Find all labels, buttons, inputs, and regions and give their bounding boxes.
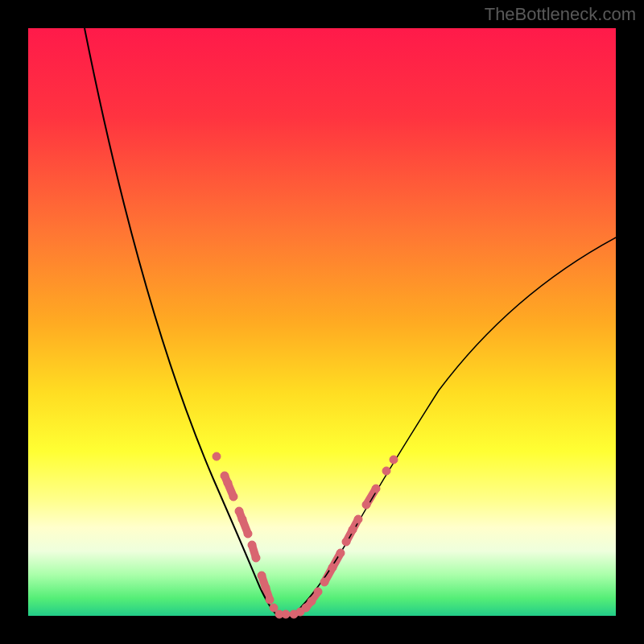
data-marker: [238, 515, 246, 523]
watermark-text: TheBottleneck.com: [485, 4, 636, 25]
data-marker: [314, 588, 322, 596]
data-marker: [372, 485, 380, 493]
data-marker: [235, 507, 243, 515]
data-marker: [270, 604, 278, 612]
data-marker: [213, 452, 221, 460]
data-marker: [354, 515, 362, 523]
chart-container: TheBottleneck.com: [0, 0, 644, 644]
data-marker: [320, 578, 328, 586]
data-marker: [308, 597, 316, 605]
data-marker: [224, 479, 232, 487]
data-marker: [282, 610, 290, 618]
data-marker: [244, 530, 252, 538]
data-marker: [362, 501, 370, 509]
data-marker: [349, 526, 357, 534]
data-marker: [302, 604, 310, 612]
data-marker: [262, 584, 270, 592]
chart-svg: [28, 28, 616, 616]
gradient-background: [28, 28, 616, 616]
data-marker: [390, 456, 398, 464]
plot-area: [28, 28, 616, 616]
data-marker: [342, 538, 350, 546]
data-marker: [221, 472, 229, 480]
data-marker: [266, 596, 274, 604]
data-marker: [248, 541, 256, 549]
data-marker: [382, 467, 390, 475]
data-marker: [252, 554, 260, 562]
data-marker: [328, 564, 336, 572]
data-marker: [258, 572, 266, 580]
data-marker: [336, 549, 345, 557]
data-marker: [229, 493, 237, 501]
